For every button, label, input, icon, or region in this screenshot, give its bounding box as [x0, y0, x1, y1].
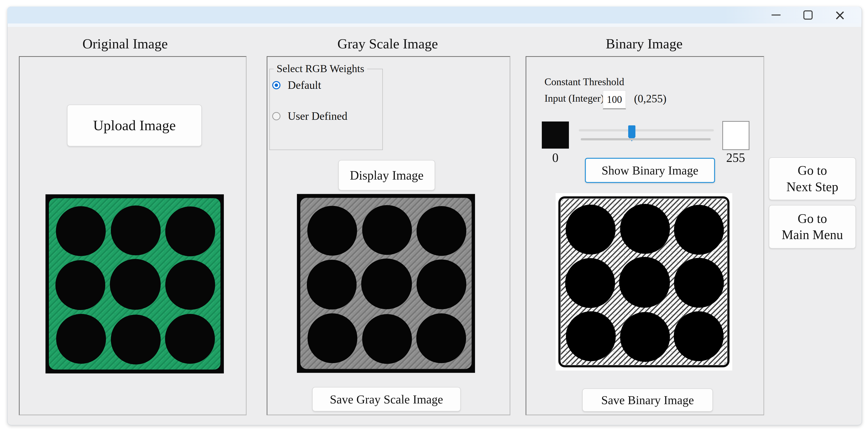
- minimize-icon: [771, 14, 781, 16]
- binary-image: [554, 193, 734, 371]
- rgb-weights-group-label: Select RGB Weights: [274, 62, 367, 75]
- go-to-next-step-line1: Go to: [798, 162, 827, 179]
- threshold-range-label: (0,255): [634, 93, 666, 105]
- upload-image-button[interactable]: Upload Image: [67, 104, 202, 147]
- input-integer-label: Input (Integer): [545, 93, 604, 104]
- show-binary-image-button[interactable]: Show Binary Image: [585, 158, 715, 183]
- constant-threshold-label: Constant Threshold: [545, 76, 624, 87]
- slider-tick-line: [581, 138, 711, 141]
- slider-min-label: 0: [552, 151, 558, 165]
- save-grayscale-button[interactable]: Save Gray Scale Image: [312, 387, 461, 411]
- close-button[interactable]: ×: [829, 8, 851, 22]
- go-to-main-menu-button[interactable]: Go to Main Menu: [769, 205, 856, 249]
- grayscale-image: [297, 194, 475, 373]
- radio-user-defined-icon: [272, 112, 280, 120]
- binary-panel-title: Binary Image: [606, 36, 682, 52]
- radio-default-icon: [272, 81, 280, 89]
- original-image: [45, 194, 224, 373]
- display-image-button[interactable]: Display Image: [338, 160, 435, 190]
- minimize-button[interactable]: [765, 8, 787, 22]
- screenshot-root: × Original Image Gray Scale Image Binary…: [0, 0, 868, 432]
- go-to-main-menu-line2: Main Menu: [782, 227, 843, 243]
- black-swatch: [542, 122, 569, 149]
- rgb-weights-group: Select RGB Weights Default User Defined: [269, 69, 383, 150]
- window-controls: ×: [765, 8, 851, 22]
- original-panel-title: Original Image: [83, 36, 168, 52]
- save-binary-button[interactable]: Save Binary Image: [582, 389, 713, 412]
- radio-default[interactable]: Default: [272, 79, 321, 91]
- titlebar-fade: [7, 24, 861, 27]
- slider-track[interactable]: [579, 129, 714, 131]
- white-swatch: [722, 121, 749, 150]
- close-icon: ×: [834, 8, 846, 22]
- slider-max-label: 255: [726, 151, 745, 165]
- go-to-next-step-button[interactable]: Go to Next Step: [769, 157, 856, 200]
- radio-user-defined-label: User Defined: [288, 110, 347, 122]
- threshold-input[interactable]: 100: [603, 90, 626, 110]
- go-to-main-menu-line1: Go to: [798, 211, 827, 227]
- go-to-next-step-line2: Next Step: [786, 179, 838, 195]
- gray-panel-title: Gray Scale Image: [337, 36, 438, 52]
- maximize-button[interactable]: [797, 8, 819, 22]
- radio-default-label: Default: [288, 79, 321, 91]
- titlebar[interactable]: [7, 6, 862, 24]
- maximize-icon: [803, 10, 813, 20]
- radio-user-defined[interactable]: User Defined: [272, 110, 347, 122]
